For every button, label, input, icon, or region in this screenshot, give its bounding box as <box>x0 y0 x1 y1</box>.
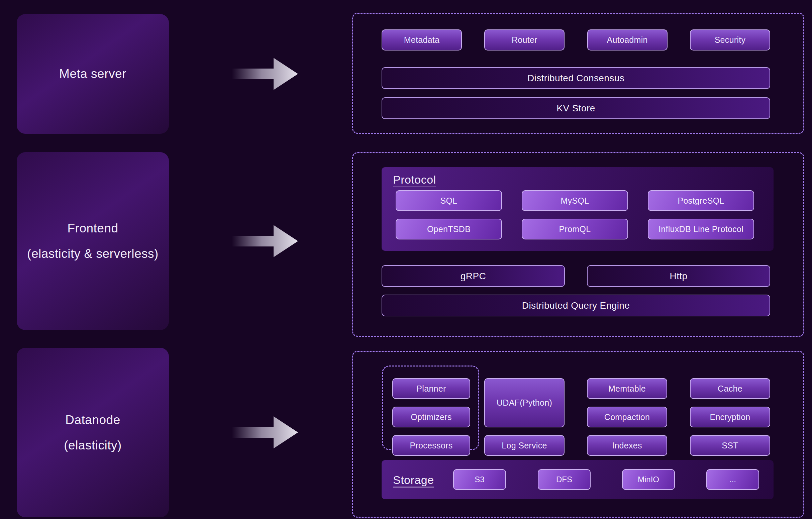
grpc-bar: gRPC <box>382 265 565 287</box>
processors-chip: Processors <box>392 435 470 456</box>
flow-arrow-icon <box>232 54 299 94</box>
minio-chip: MinIO <box>622 469 675 490</box>
log-service-chip: Log Service <box>484 435 564 456</box>
router-chip: Router <box>484 29 564 51</box>
security-chip: Security <box>690 29 770 51</box>
storage-group: Storage S3 DFS MinIO ... <box>382 460 774 499</box>
http-bar: Http <box>587 265 770 287</box>
metadata-chip: Metadata <box>382 29 462 51</box>
datanode-label: Datanode <box>65 413 120 427</box>
memtable-chip: Memtable <box>587 378 667 399</box>
influxdb-line-protocol-chip: InfluxDB Line Protocol <box>648 219 754 239</box>
flow-arrow-icon <box>232 412 299 453</box>
frontend-panel: Protocol SQL MySQL PostgreSQL OpenTSDB P… <box>352 152 804 337</box>
meta-server-node: Meta server <box>17 14 169 134</box>
indexes-chip: Indexes <box>587 435 667 456</box>
kv-store-bar: KV Store <box>382 97 770 119</box>
sst-chip: SST <box>690 435 770 456</box>
meta-chip-row: Metadata Router Autoadmin Security <box>382 29 770 51</box>
planner-chip: Planner <box>392 378 470 399</box>
more-storage-chip: ... <box>706 469 759 490</box>
distributed-query-engine-bar: Distributed Query Engine <box>382 295 770 316</box>
distributed-consensus-bar: Distributed Consensus <box>382 67 770 89</box>
cache-chip: Cache <box>690 378 770 399</box>
encryption-chip: Encryption <box>690 407 770 427</box>
datanode-sublabel: (elasticity) <box>64 438 122 453</box>
frontend-node: Frontend (elasticity & serverless) <box>17 152 169 330</box>
flow-arrow-icon <box>232 221 299 261</box>
protocol-row-1: SQL MySQL PostgreSQL <box>396 190 754 211</box>
protocol-row-2: OpenTSDB PromQL InfluxDB Line Protocol <box>396 219 754 239</box>
opentsdb-chip: OpenTSDB <box>396 219 502 239</box>
meta-server-panel: Metadata Router Autoadmin Security Distr… <box>352 13 804 134</box>
protocol-group: Protocol SQL MySQL PostgreSQL OpenTSDB P… <box>382 167 774 251</box>
s3-chip: S3 <box>453 469 506 490</box>
datanode-panel: Planner Optimizers Processors UDAF(Pytho… <box>352 351 804 518</box>
protocol-heading: Protocol <box>393 173 436 186</box>
dfs-chip: DFS <box>538 469 590 490</box>
mysql-chip: MySQL <box>522 190 628 211</box>
postgresql-chip: PostgreSQL <box>648 190 754 211</box>
frontend-label: Frontend <box>67 221 118 235</box>
storage-heading: Storage <box>393 473 434 486</box>
meta-server-label: Meta server <box>59 67 126 81</box>
architecture-diagram: Meta server Frontend (elasticity & serve… <box>0 0 812 519</box>
autoadmin-chip: Autoadmin <box>587 29 668 51</box>
frontend-sublabel: (elasticity & serverless) <box>27 247 158 261</box>
promql-chip: PromQL <box>522 219 628 239</box>
optimizers-chip: Optimizers <box>392 407 470 427</box>
datanode-node: Datanode (elasticity) <box>17 348 169 517</box>
udaf-python-chip: UDAF(Python) <box>484 378 564 427</box>
compaction-chip: Compaction <box>587 407 667 427</box>
sql-chip: SQL <box>396 190 502 211</box>
